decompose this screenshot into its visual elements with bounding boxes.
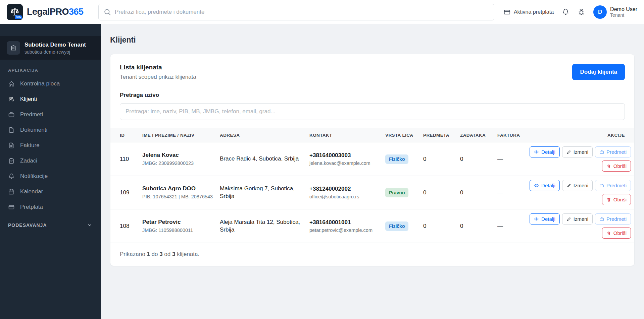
delete-button[interactable]: Obriši xyxy=(602,228,631,239)
tenant-switcher[interactable]: Subotica Demo Tenant subotica-demo-rcwyo… xyxy=(0,36,101,60)
sidebar-section-aplikacija: APLIKACIJA xyxy=(0,60,101,76)
user-role: Tenant xyxy=(610,12,637,18)
sidebar-nav: Kontrolna ploca Klijenti xyxy=(0,76,101,215)
details-button[interactable]: Detalji xyxy=(530,213,560,225)
actions-row: Obriši xyxy=(541,161,631,172)
table-row: 108 Petar Petrovic JMBG: 1105988800011 A… xyxy=(110,209,634,243)
summary-text: od xyxy=(163,251,172,257)
details-label: Detalji xyxy=(541,149,555,154)
sidebar-item-label: Notifikacije xyxy=(20,173,48,180)
user-meta: Demo User Tenant xyxy=(610,6,637,18)
cases-label: Predmeti xyxy=(606,216,627,221)
tenant-info: Subotica Demo Tenant subotica-demo-rcwyo… xyxy=(24,42,86,55)
sidebar-item-notifikacije[interactable]: Notifikacije xyxy=(0,169,101,184)
brand[interactable]: 365 LegalPRO365 xyxy=(7,4,92,20)
cases-button[interactable]: Predmeti xyxy=(595,180,631,191)
sidebar-item-label: Kalendar xyxy=(20,188,43,195)
col-contact: KONTAKT xyxy=(306,128,382,142)
sidebar-item-kontrolna-ploca[interactable]: Kontrolna ploca xyxy=(0,76,101,91)
client-phone: +381240002002 xyxy=(309,186,379,192)
sidebar-item-label: Pretplata xyxy=(20,204,43,210)
actions-row: Detalji Izmeni Predmeti xyxy=(541,146,631,157)
trash-icon xyxy=(606,197,611,202)
cases-button[interactable]: Predmeti xyxy=(595,146,631,157)
pencil-icon xyxy=(566,183,571,188)
global-search xyxy=(98,4,494,20)
col-type: VRSTA LICA xyxy=(382,128,420,142)
chevron-down-icon xyxy=(87,222,93,228)
user-name: Demo User xyxy=(610,6,637,12)
live-search-label: Pretraga uzivo xyxy=(120,92,625,99)
pencil-icon xyxy=(566,217,571,221)
edit-button[interactable]: Izmeni xyxy=(562,146,593,157)
user-menu[interactable]: D Demo User Tenant xyxy=(593,5,637,19)
col-cases: PREDMETA xyxy=(420,128,457,142)
table-header: ID IME I PREZIME / NAZIV ADRESA KONTAKT … xyxy=(110,128,634,142)
sidebar-item-label: Kontrolna ploca xyxy=(20,80,60,87)
bug-report-icon[interactable] xyxy=(578,8,585,16)
shell: Subotica Demo Tenant subotica-demo-rcwyo… xyxy=(0,24,644,319)
search-icon xyxy=(103,8,111,16)
client-email: jelena.kovac@example.com xyxy=(309,161,379,166)
summary-text: Prikazano xyxy=(120,251,147,257)
live-search-input[interactable] xyxy=(120,103,625,120)
logo-365-badge: 365 xyxy=(15,15,22,19)
briefcase-icon xyxy=(599,217,604,221)
client-address: Brace Radic 4, Subotica, Srbija xyxy=(220,155,299,162)
notifications-bell-icon[interactable] xyxy=(562,8,569,16)
invoices-value: — xyxy=(497,189,503,196)
users-icon xyxy=(8,96,15,103)
avatar: D xyxy=(593,5,607,19)
actions-row: Detalji Izmeni Predmeti xyxy=(541,213,631,225)
sidebar-item-fakture[interactable]: Fakture xyxy=(0,138,101,153)
col-address: ADRESA xyxy=(216,128,306,142)
eye-icon xyxy=(534,149,539,154)
client-id: 110 xyxy=(120,156,129,162)
col-invoices: FAKTURA xyxy=(494,128,538,142)
client-phone: +381640003003 xyxy=(309,152,379,159)
client-name: Jelena Kovac xyxy=(142,152,213,158)
live-search-section: Pretraga uzivo xyxy=(110,90,634,128)
invoice-icon xyxy=(8,142,15,149)
invoices-value: — xyxy=(497,223,503,229)
sidebar-item-dokumenti[interactable]: Dokumenti xyxy=(0,122,101,138)
edit-label: Izmeni xyxy=(574,183,588,188)
client-meta: PIB: 107654321 | MB: 20876543 xyxy=(142,194,213,200)
sidebar-item-kalendar[interactable]: Kalendar xyxy=(0,184,101,199)
client-address: Aleja Marsala Tita 12, Subotica, Srbija xyxy=(220,219,300,233)
delete-button[interactable]: Obriši xyxy=(602,194,631,205)
edit-button[interactable]: Izmeni xyxy=(562,180,593,191)
delete-button[interactable]: Obriši xyxy=(602,161,631,172)
details-button[interactable]: Detalji xyxy=(530,180,560,191)
client-email: office@suboticaagro.rs xyxy=(309,194,379,199)
details-button[interactable]: Detalji xyxy=(530,146,560,157)
sidebar-item-predmeti[interactable]: Predmeti xyxy=(0,107,101,122)
sidebar-item-zadaci[interactable]: Zadaci xyxy=(0,153,101,169)
client-id: 108 xyxy=(120,223,129,229)
sidebar-item-klijenti[interactable]: Klijenti xyxy=(0,91,101,107)
podesavanja-label: PODESAVANJA xyxy=(8,222,47,228)
page-title: Klijenti xyxy=(110,36,635,45)
scales-logo-icon: 365 xyxy=(7,4,23,20)
client-id: 109 xyxy=(120,189,129,196)
col-actions: AKCIJE xyxy=(538,128,634,142)
cases-button[interactable]: Predmeti xyxy=(595,213,631,225)
subscription-status[interactable]: Aktivna pretplata xyxy=(503,8,554,16)
details-label: Detalji xyxy=(541,216,555,221)
credit-card-icon xyxy=(8,204,15,210)
client-meta: JMBG: 2309992800023 xyxy=(142,160,213,167)
cases-label: Predmeti xyxy=(606,183,627,188)
global-search-input[interactable] xyxy=(98,4,494,20)
add-client-button[interactable]: Dodaj klijenta xyxy=(572,64,625,80)
invoices-value: — xyxy=(497,156,503,162)
briefcase-icon xyxy=(599,150,604,154)
actions-row: Obriši xyxy=(541,194,631,205)
sidebar-section-podesavanja[interactable]: PODESAVANJA xyxy=(0,215,101,232)
calendar-icon xyxy=(8,188,15,195)
tasks-count: 0 xyxy=(460,223,463,229)
delete-label: Obriši xyxy=(613,231,627,236)
client-name: Petar Petrovic xyxy=(142,219,213,226)
home-icon xyxy=(8,80,15,87)
sidebar-item-pretplata[interactable]: Pretplata xyxy=(0,199,101,215)
edit-button[interactable]: Izmeni xyxy=(562,213,593,225)
